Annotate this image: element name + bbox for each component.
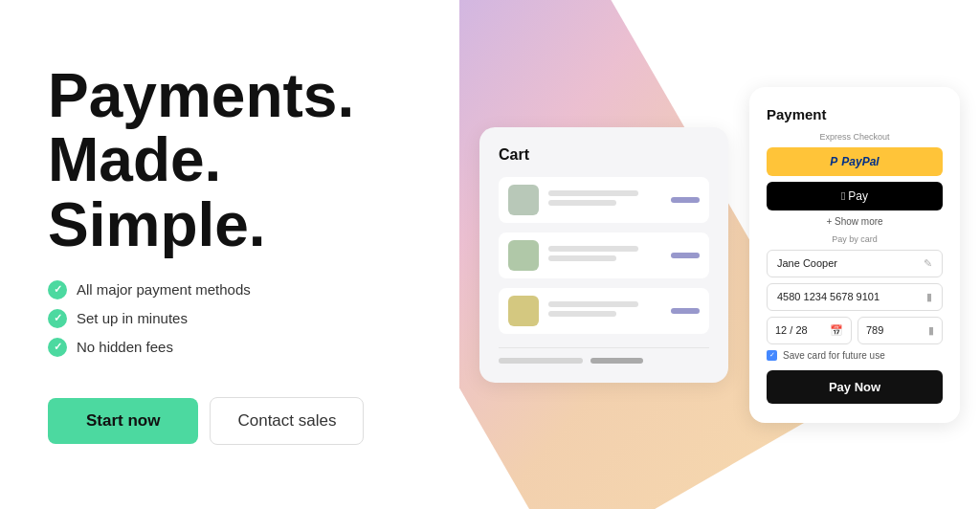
expiry-value: 12 / 28 (775, 324, 808, 336)
panels-container: Cart (479, 87, 960, 423)
cvv-field[interactable]: 789 ▮ (858, 317, 943, 344)
show-more-link[interactable]: + Show more (767, 216, 943, 227)
cart-subtotal (499, 347, 709, 364)
paypal-button[interactable]: P PayPal (767, 147, 943, 176)
express-label: Express Checkout (767, 132, 943, 142)
headline: Payments. Made. Simple. (48, 64, 412, 257)
check-icon-2 (48, 309, 67, 328)
cart-price-2 (671, 253, 700, 258)
cart-lines-1 (548, 190, 661, 210)
pay-now-button[interactable]: Pay Now (767, 370, 943, 404)
cardholder-name-field[interactable]: Jane Cooper ✎ (767, 250, 943, 277)
cart-panel: Cart (479, 127, 728, 383)
calendar-icon: 📅 (830, 324, 843, 337)
line-3a (548, 301, 638, 307)
cart-thumb-1 (508, 185, 539, 215)
expiry-field[interactable]: 12 / 28 📅 (767, 317, 852, 344)
expiry-cvv-row: 12 / 28 📅 789 ▮ (767, 317, 943, 344)
paypal-p-icon: P (830, 155, 837, 168)
feature-item-2: Set up in minutes (48, 309, 412, 328)
cart-item-1 (499, 177, 709, 223)
start-now-button[interactable]: Start now (48, 398, 198, 444)
subtotal-label (499, 358, 583, 364)
person-icon: ✎ (924, 257, 932, 270)
feature-item-1: All major payment methods (48, 280, 412, 299)
card-number-value: 4580 1234 5678 9101 (777, 291, 880, 302)
cart-item-2 (499, 232, 709, 278)
cta-buttons: Start now Contact sales (48, 397, 412, 445)
cvv-icon: ▮ (928, 324, 934, 337)
save-card-checkbox[interactable] (767, 350, 777, 361)
cart-item-3 (499, 288, 709, 334)
cart-lines-3 (548, 301, 661, 321)
line-2b (548, 255, 616, 261)
features-list: All major payment methods Set up in minu… (48, 280, 412, 366)
save-card-row: Save card for future use (767, 350, 943, 361)
subtotal-value (590, 358, 643, 364)
line-3b (548, 311, 616, 317)
applepay-label: Pay (848, 189, 868, 203)
line-1b (548, 200, 616, 206)
paypal-label: PayPal (841, 155, 879, 168)
applepay-button[interactable]:  Pay (767, 182, 943, 210)
check-icon-1 (48, 280, 67, 299)
cvv-value: 789 (866, 324, 883, 336)
cardholder-name-value: Jane Cooper (777, 257, 837, 269)
line-1a (548, 190, 638, 196)
payment-panel: Payment Express Checkout P PayPal  Pay … (749, 87, 960, 423)
contact-sales-button[interactable]: Contact sales (210, 397, 364, 445)
hero-section: Payments. Made. Simple. All major paymen… (0, 0, 459, 509)
cart-thumb-3 (508, 296, 539, 326)
cart-title: Cart (499, 146, 709, 164)
cart-price-1 (671, 197, 700, 203)
cart-thumb-2 (508, 240, 539, 271)
demo-section: Cart (459, 0, 980, 509)
payment-title: Payment (767, 106, 943, 122)
line-2a (548, 246, 638, 252)
cart-lines-2 (548, 246, 661, 265)
check-icon-3 (48, 338, 67, 357)
feature-item-3: No hidden fees (48, 338, 412, 357)
save-card-label: Save card for future use (783, 350, 885, 361)
cart-price-3 (671, 308, 700, 314)
pay-by-card-label: Pay by card (767, 234, 943, 244)
apple-icon:  (841, 189, 845, 203)
card-icon: ▮ (926, 291, 932, 303)
card-number-field[interactable]: 4580 1234 5678 9101 ▮ (767, 283, 943, 311)
